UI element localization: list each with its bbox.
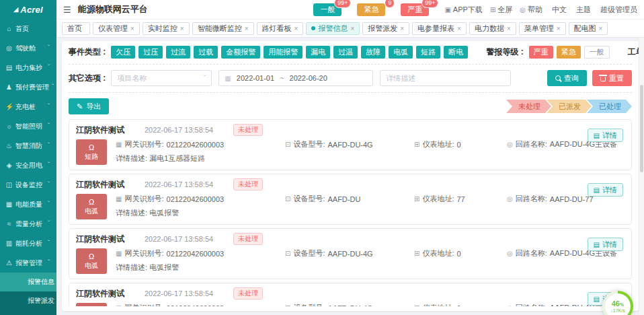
topbar-link[interactable]: 主题 bbox=[574, 5, 591, 15]
sidebar-item[interactable]: 报警信息 bbox=[0, 273, 56, 291]
alarm-level-badge[interactable]: 紧急 9 bbox=[357, 3, 385, 16]
tab-close-icon[interactable]: × bbox=[130, 25, 134, 32]
chevron-down-icon: ˇ bbox=[48, 123, 53, 130]
alarm-description: 详情描述: 电弧报警 bbox=[116, 262, 625, 273]
project-select[interactable]: 项目名称 ˇ bbox=[111, 70, 212, 86]
sidebar-item[interactable]: ⌂ 首页 bbox=[0, 19, 56, 38]
tab-close-icon[interactable]: × bbox=[457, 25, 461, 32]
tab-close-icon[interactable]: × bbox=[507, 25, 511, 32]
sidebar-item-label: 需量分析 bbox=[15, 219, 45, 229]
sidebar-item[interactable]: ◈ 安全用电 ˇ bbox=[0, 155, 56, 175]
tab[interactable]: 菜单管理 × bbox=[519, 22, 566, 35]
tab-close-icon[interactable]: × bbox=[294, 25, 298, 32]
chevron-down-icon: ˇ bbox=[204, 74, 206, 82]
event-type-tag[interactable]: 故障 bbox=[361, 46, 385, 59]
topbar-link[interactable]: ◎ 帮助 bbox=[520, 5, 542, 15]
sidebar-item[interactable]: ◫ 设备监控 ˇ bbox=[0, 175, 56, 195]
progress-percent: 46% bbox=[612, 300, 624, 308]
detail-button[interactable]: ▤ 详情 bbox=[588, 238, 623, 251]
tab-close-icon[interactable]: × bbox=[557, 25, 561, 32]
hamburger-icon[interactable]: ☰ bbox=[63, 5, 71, 15]
alarm-type-label: 短路 bbox=[85, 153, 98, 162]
sidebar-item[interactable]: ♟ 预付费管理 ˇ bbox=[0, 77, 56, 97]
meter-address-field: ⊞ 仪表地址: 0 bbox=[414, 303, 507, 306]
alarm-level-badge[interactable]: 一般 99+ bbox=[313, 3, 341, 16]
detail-button[interactable]: ▤ 详情 bbox=[588, 129, 623, 142]
event-type-tag[interactable]: 过温 bbox=[333, 46, 358, 59]
tab-close-icon[interactable]: × bbox=[245, 25, 249, 32]
tab-close-icon[interactable]: × bbox=[400, 25, 404, 32]
tab[interactable]: 电参量报表 × bbox=[412, 22, 467, 35]
scrollbar[interactable] bbox=[639, 38, 644, 315]
alarm-level-filter-label: 警报等级 : bbox=[486, 46, 523, 58]
tab[interactable]: 仪表管理 × bbox=[93, 22, 140, 35]
sidebar: ◢ Acrel ⌂ 首页 ◎ 驾驶舱 ˇ ▤ 电力集抄 bbox=[0, 0, 56, 315]
export-icon: ✎ bbox=[77, 102, 83, 111]
alarm-list: 江阴软件测试 2022-06-17 13:58:54 未处理 Ω 短路 bbox=[69, 119, 632, 306]
event-type-tag[interactable]: 过流 bbox=[166, 46, 190, 59]
tab[interactable]: 报警信息 × bbox=[306, 22, 360, 35]
alarm-level-badge[interactable]: 严重 99+ bbox=[401, 3, 429, 16]
sidebar-item[interactable]: ◎ 驾驶舱 ˇ bbox=[0, 38, 56, 58]
sidebar-item[interactable]: ⚠ 报警管理 ˆ bbox=[0, 253, 56, 273]
status-step-chip[interactable]: 未处理 bbox=[506, 100, 551, 113]
date-range-picker[interactable]: ▦ 2022-01-01 ~ 2022-06-20 bbox=[218, 70, 373, 86]
event-type-tag[interactable]: 漏电 bbox=[306, 46, 330, 59]
tab[interactable]: 报警派发 × bbox=[362, 22, 409, 35]
calendar-icon: ▦ bbox=[225, 75, 231, 82]
sidebar-item[interactable]: ▥ 能耗分析 ˇ bbox=[0, 234, 56, 253]
alarm-level-tag[interactable]: 一般 bbox=[584, 46, 610, 59]
topbar-link-label: 帮助 bbox=[528, 5, 542, 15]
reset-button[interactable]: 重置 bbox=[592, 70, 632, 86]
topbar-link[interactable]: ▣ APP下载 bbox=[444, 5, 482, 15]
event-type-tag[interactable]: 过载 bbox=[194, 46, 218, 59]
tab[interactable]: 实时监控 × bbox=[143, 22, 190, 35]
detail-button-label: 详情 bbox=[602, 185, 617, 195]
tab-close-icon[interactable]: × bbox=[599, 25, 603, 32]
tab[interactable]: 智能微断监控 × bbox=[192, 22, 254, 35]
sidebar-item[interactable]: ☼ 智能照明 ˇ bbox=[0, 116, 56, 136]
location-icon: ◎ bbox=[507, 250, 513, 257]
sidebar-item-label: 设备监控 bbox=[15, 180, 45, 190]
gateway-label: 网关识别号: bbox=[124, 194, 163, 204]
sidebar-item[interactable]: 报警处理 bbox=[0, 310, 56, 315]
event-type-tag[interactable]: 用能报警 bbox=[264, 46, 303, 59]
sidebar-item[interactable]: ▤ 电力集抄 ˇ bbox=[0, 58, 56, 77]
topbar-link[interactable]: 超级管理员 bbox=[598, 5, 637, 15]
event-type-tag[interactable]: 欠压 bbox=[111, 46, 135, 59]
circuit-name-label: 回路名称: bbox=[516, 139, 547, 149]
tab[interactable]: 首页 bbox=[62, 22, 90, 35]
event-type-tag[interactable]: 金额报警 bbox=[221, 46, 260, 59]
sidebar-item-icon: ▥ bbox=[5, 240, 13, 247]
sidebar-item[interactable]: ♨ 智慧消防 ˇ bbox=[0, 136, 56, 155]
search-button[interactable]: 查询 bbox=[547, 70, 587, 86]
export-button[interactable]: ✎ 导出 bbox=[69, 98, 109, 114]
scrollbar-thumb[interactable] bbox=[640, 85, 643, 172]
tab-close-icon[interactable]: × bbox=[350, 25, 354, 32]
status-step-chips: 未处理 已派发 已处理 bbox=[511, 100, 632, 113]
circuit-name-label: 回路名称: bbox=[516, 303, 547, 306]
sidebar-item-label: 智能照明 bbox=[15, 122, 45, 131]
event-type-tag[interactable]: 电弧 bbox=[389, 46, 413, 59]
sidebar-item[interactable]: ▦ 电能质量 ˇ bbox=[0, 195, 56, 214]
description-input[interactable] bbox=[380, 70, 511, 86]
sidebar-item[interactable]: 报警派发 bbox=[0, 291, 56, 310]
tab-label: 电力数据 bbox=[475, 24, 504, 34]
tab[interactable]: 配电图 × bbox=[569, 22, 608, 35]
status-step-chip[interactable]: 已派发 bbox=[547, 100, 592, 113]
event-type-tag[interactable]: 过压 bbox=[138, 46, 163, 59]
sidebar-item[interactable]: ≈ 需量分析 ˇ bbox=[0, 214, 56, 234]
detail-button[interactable]: ▤ 详情 bbox=[588, 183, 623, 197]
event-type-tag[interactable]: 短路 bbox=[416, 46, 440, 59]
event-type-tag[interactable]: 断电 bbox=[444, 46, 468, 59]
tab-label: 报警信息 bbox=[318, 24, 348, 34]
alarm-level-tag[interactable]: 严重 bbox=[529, 46, 553, 59]
sidebar-item[interactable]: ⚡ 充电桩 ˇ bbox=[0, 97, 56, 116]
topbar-link[interactable]: 中文 bbox=[550, 5, 567, 15]
status-step-chip[interactable]: 已处理 bbox=[587, 100, 632, 113]
alarm-level-tag[interactable]: 紧急 bbox=[557, 46, 581, 59]
topbar-link[interactable]: ⊞ 全屏 bbox=[490, 5, 512, 15]
tab[interactable]: 电力数据 × bbox=[469, 22, 516, 35]
tab-close-icon[interactable]: × bbox=[180, 25, 184, 32]
tab[interactable]: 路灯看板 × bbox=[257, 22, 304, 35]
